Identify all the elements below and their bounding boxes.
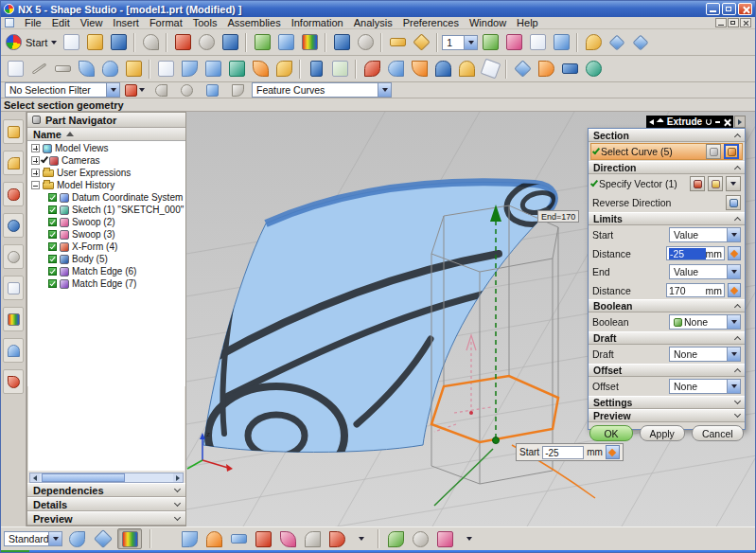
visibility-checkbox[interactable] (48, 205, 57, 214)
menu-format[interactable]: Format (149, 17, 183, 28)
visibility-checkbox[interactable] (48, 255, 57, 263)
dialog-close-icon[interactable] (724, 118, 730, 126)
curve-mesh-button[interactable] (178, 58, 201, 80)
boolean-group-header[interactable]: Boolean (589, 299, 745, 312)
expand-icon[interactable] (31, 144, 40, 152)
menu-view[interactable]: View (80, 17, 103, 28)
zoom-fit-button[interactable] (409, 527, 431, 550)
quilt-button[interactable] (479, 58, 501, 80)
navigate-next-button[interactable] (629, 31, 652, 54)
certify-surface-button[interactable] (178, 527, 201, 550)
ruled-surface-button[interactable] (273, 58, 295, 80)
work-layer-dropdown[interactable]: 1 (442, 35, 478, 50)
roles-button[interactable] (3, 338, 24, 363)
primitive-button[interactable] (511, 58, 534, 80)
menu-help[interactable]: Help (517, 17, 538, 28)
wave-surface-button[interactable] (384, 527, 407, 550)
settings-group-header[interactable]: Settings (589, 396, 745, 409)
offset-group-header[interactable]: Offset (589, 364, 745, 377)
boolean-dropdown[interactable]: None (669, 314, 741, 330)
mesh-grid-button[interactable] (225, 58, 248, 80)
assembly-navigator-button[interactable] (3, 119, 24, 144)
menu-file[interactable]: File (25, 17, 42, 28)
analysis-options-button[interactable] (350, 527, 373, 550)
studio-surface-button[interactable] (360, 58, 383, 80)
law-extension-button[interactable] (431, 58, 454, 80)
extrude-dialog-titlebar[interactable]: Extrude (646, 116, 733, 128)
mdi-restore-button[interactable] (728, 18, 739, 27)
dialog-reset-icon[interactable] (706, 118, 712, 125)
visibility-checkbox[interactable] (48, 267, 57, 276)
work-layer-caret[interactable] (464, 36, 477, 49)
palette-button[interactable] (582, 31, 605, 54)
start-distance-stepper[interactable] (728, 246, 741, 260)
visualization-button[interactable] (3, 307, 24, 331)
dialog-back-icon[interactable] (649, 119, 654, 125)
reflection-lines-button[interactable] (227, 527, 250, 550)
system-materials-button[interactable] (3, 276, 24, 300)
section-box-button[interactable] (122, 58, 145, 80)
preview-section[interactable]: Preview (27, 511, 185, 526)
start-limit-stepper[interactable] (606, 445, 620, 459)
new-part-button[interactable] (60, 31, 82, 54)
start-limit-field[interactable]: -25 (542, 446, 584, 459)
curve-hook-button[interactable] (226, 82, 249, 98)
line-button[interactable] (27, 58, 50, 80)
tree-horizontal-scrollbar[interactable] (29, 473, 184, 483)
tree-item-match-edge-6[interactable]: Match Edge (6) (27, 265, 185, 277)
offset-caret[interactable] (727, 380, 740, 393)
fit-view-button[interactable] (171, 31, 194, 54)
sketch-button[interactable] (4, 58, 26, 80)
scroll-right-arrow[interactable] (173, 473, 183, 482)
tree-item-cameras[interactable]: Cameras (27, 154, 185, 167)
through-curves-button[interactable] (384, 58, 407, 80)
swoop-surface[interactable] (203, 182, 555, 452)
boolean-caret[interactable] (727, 315, 740, 329)
tree-item-swoop-2[interactable]: Swoop (2) (27, 216, 185, 228)
preview-group-header[interactable]: Preview (589, 409, 745, 422)
snap-point-button[interactable] (526, 31, 549, 54)
menu-information[interactable]: Information (291, 17, 343, 28)
tree-item-model-history[interactable]: Model History (27, 179, 185, 191)
section-group-header[interactable]: Section (589, 129, 745, 142)
direction-group-header[interactable]: Direction (589, 161, 745, 174)
move-face-button[interactable] (330, 31, 353, 54)
dependencies-section[interactable]: Dependencies (27, 483, 185, 497)
dialog-forward-button[interactable] (734, 116, 746, 128)
title-bar[interactable]: NX 5 - Shape Studio - [model1.prt (Modif… (1, 1, 755, 17)
part-navigator-button[interactable] (3, 182, 24, 206)
dialog-minimize-icon[interactable] (715, 121, 720, 123)
history-button[interactable] (3, 244, 24, 269)
tree-item-model-views[interactable]: Model Views (27, 142, 185, 154)
transition-button[interactable] (455, 58, 478, 80)
end-limit-annotation[interactable]: End=170 (537, 210, 579, 223)
draft-caret[interactable] (727, 348, 740, 361)
grid-analysis-button[interactable] (252, 527, 274, 550)
tree-item-match-edge-7[interactable]: Match Edge (7) (27, 277, 185, 290)
draft-dropdown[interactable]: None (669, 347, 741, 362)
save-button[interactable] (107, 31, 130, 54)
four-point-surface-button[interactable] (154, 58, 177, 80)
menu-tools[interactable]: Tools (193, 17, 218, 28)
measure-angle-button[interactable] (410, 31, 432, 54)
face-analysis-button[interactable] (64, 528, 89, 549)
deselect-button[interactable] (149, 82, 172, 98)
apply-button[interactable]: Apply (640, 425, 685, 441)
visibility-checkbox[interactable] (48, 242, 57, 251)
name-column-header[interactable]: Name (27, 128, 185, 141)
menu-edit[interactable]: Edit (52, 17, 70, 28)
section-surface-button[interactable] (249, 58, 272, 80)
start-distance-field[interactable]: -25 mm (666, 246, 725, 260)
csys-button[interactable] (550, 31, 572, 54)
shaded-view-button[interactable] (219, 31, 241, 54)
reuse-library-button[interactable] (3, 213, 24, 238)
close-button[interactable] (738, 3, 752, 15)
scrollbar-thumb[interactable] (42, 473, 125, 482)
highlight-button[interactable] (175, 82, 198, 98)
ok-button[interactable]: OK (589, 425, 632, 441)
expand-icon[interactable] (31, 169, 40, 177)
tree-item-user-expressions[interactable]: User Expressions (27, 167, 185, 179)
unite-button[interactable] (582, 58, 605, 80)
menu-insert[interactable]: Insert (113, 17, 139, 28)
offset-dropdown[interactable]: None (669, 379, 741, 394)
